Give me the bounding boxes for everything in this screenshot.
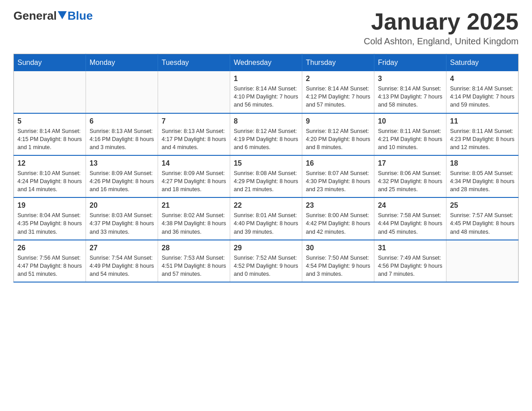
day-number: 5 bbox=[17, 117, 82, 125]
calendar-cell: 5Sunrise: 8:14 AM Sunset: 4:15 PM Daylig… bbox=[14, 113, 86, 155]
calendar-cell: 12Sunrise: 8:10 AM Sunset: 4:24 PM Dayli… bbox=[14, 155, 86, 197]
calendar-cell: 30Sunrise: 7:50 AM Sunset: 4:54 PM Dayli… bbox=[302, 240, 374, 282]
day-info: Sunrise: 8:14 AM Sunset: 4:13 PM Dayligh… bbox=[378, 85, 442, 109]
calendar-cell: 10Sunrise: 8:11 AM Sunset: 4:21 PM Dayli… bbox=[374, 113, 446, 155]
title-area: January 2025 Cold Ashton, England, Unite… bbox=[364, 9, 519, 47]
calendar-cell: 14Sunrise: 8:09 AM Sunset: 4:27 PM Dayli… bbox=[158, 155, 230, 197]
day-number: 15 bbox=[234, 159, 298, 167]
day-info: Sunrise: 8:04 AM Sunset: 4:35 PM Dayligh… bbox=[17, 211, 82, 235]
day-of-week-header: Sunday bbox=[14, 54, 86, 72]
day-number: 3 bbox=[378, 75, 442, 83]
day-number: 14 bbox=[162, 159, 226, 167]
day-of-week-header: Saturday bbox=[446, 54, 519, 72]
day-of-week-header: Tuesday bbox=[158, 54, 230, 72]
calendar-cell: 11Sunrise: 8:11 AM Sunset: 4:23 PM Dayli… bbox=[446, 113, 519, 155]
day-number: 21 bbox=[162, 201, 226, 210]
calendar-cell: 23Sunrise: 8:00 AM Sunset: 4:42 PM Dayli… bbox=[302, 197, 374, 240]
calendar-header: SundayMondayTuesdayWednesdayThursdayFrid… bbox=[14, 54, 519, 72]
days-of-week-row: SundayMondayTuesdayWednesdayThursdayFrid… bbox=[14, 54, 519, 72]
day-info: Sunrise: 7:50 AM Sunset: 4:54 PM Dayligh… bbox=[306, 254, 370, 278]
day-info: Sunrise: 8:09 AM Sunset: 4:26 PM Dayligh… bbox=[90, 169, 154, 193]
calendar-cell: 1Sunrise: 8:14 AM Sunset: 4:10 PM Daylig… bbox=[230, 71, 302, 113]
day-info: Sunrise: 8:02 AM Sunset: 4:38 PM Dayligh… bbox=[162, 211, 226, 235]
day-info: Sunrise: 8:05 AM Sunset: 4:34 PM Dayligh… bbox=[450, 169, 515, 193]
calendar-cell: 15Sunrise: 8:08 AM Sunset: 4:29 PM Dayli… bbox=[230, 155, 302, 197]
day-number: 20 bbox=[90, 201, 154, 210]
calendar-cell: 17Sunrise: 8:06 AM Sunset: 4:32 PM Dayli… bbox=[374, 155, 446, 197]
day-number: 26 bbox=[17, 244, 82, 252]
calendar-cell bbox=[86, 71, 158, 113]
day-number: 23 bbox=[306, 201, 370, 210]
calendar-cell: 8Sunrise: 8:12 AM Sunset: 4:19 PM Daylig… bbox=[230, 113, 302, 155]
day-info: Sunrise: 7:56 AM Sunset: 4:47 PM Dayligh… bbox=[17, 254, 82, 278]
calendar-cell: 21Sunrise: 8:02 AM Sunset: 4:38 PM Dayli… bbox=[158, 197, 230, 240]
day-info: Sunrise: 8:11 AM Sunset: 4:21 PM Dayligh… bbox=[378, 127, 442, 151]
calendar-cell bbox=[14, 71, 86, 113]
day-info: Sunrise: 8:14 AM Sunset: 4:14 PM Dayligh… bbox=[450, 85, 515, 109]
calendar-cell: 20Sunrise: 8:03 AM Sunset: 4:37 PM Dayli… bbox=[86, 197, 158, 240]
day-number: 17 bbox=[378, 159, 442, 167]
logo-general-text: General bbox=[13, 9, 57, 23]
logo-blue-text: Blue bbox=[68, 9, 93, 23]
calendar-cell: 16Sunrise: 8:07 AM Sunset: 4:30 PM Dayli… bbox=[302, 155, 374, 197]
day-number: 28 bbox=[162, 244, 226, 252]
calendar-cell: 28Sunrise: 7:53 AM Sunset: 4:51 PM Dayli… bbox=[158, 240, 230, 282]
calendar-cell: 3Sunrise: 8:14 AM Sunset: 4:13 PM Daylig… bbox=[374, 71, 446, 113]
day-number: 13 bbox=[90, 159, 154, 167]
day-info: Sunrise: 8:13 AM Sunset: 4:17 PM Dayligh… bbox=[162, 127, 226, 151]
logo-triangle-icon bbox=[58, 11, 67, 19]
day-info: Sunrise: 7:54 AM Sunset: 4:49 PM Dayligh… bbox=[90, 254, 154, 278]
calendar-cell: 18Sunrise: 8:05 AM Sunset: 4:34 PM Dayli… bbox=[446, 155, 519, 197]
calendar-cell bbox=[158, 71, 230, 113]
calendar-cell: 2Sunrise: 8:14 AM Sunset: 4:12 PM Daylig… bbox=[302, 71, 374, 113]
day-number: 4 bbox=[450, 75, 515, 83]
calendar-cell: 27Sunrise: 7:54 AM Sunset: 4:49 PM Dayli… bbox=[86, 240, 158, 282]
day-number: 25 bbox=[450, 201, 515, 210]
day-info: Sunrise: 8:11 AM Sunset: 4:23 PM Dayligh… bbox=[450, 127, 515, 151]
day-info: Sunrise: 8:01 AM Sunset: 4:40 PM Dayligh… bbox=[234, 211, 298, 235]
calendar-cell: 19Sunrise: 8:04 AM Sunset: 4:35 PM Dayli… bbox=[14, 197, 86, 240]
day-number: 12 bbox=[17, 159, 82, 167]
logo: General Blue bbox=[13, 9, 93, 23]
day-of-week-header: Thursday bbox=[302, 54, 374, 72]
calendar-week-row: 5Sunrise: 8:14 AM Sunset: 4:15 PM Daylig… bbox=[14, 113, 519, 155]
day-number: 31 bbox=[378, 244, 442, 252]
logo-area: General Blue bbox=[13, 9, 93, 23]
day-number: 16 bbox=[306, 159, 370, 167]
calendar: SundayMondayTuesdayWednesdayThursdayFrid… bbox=[13, 54, 519, 283]
day-info: Sunrise: 8:00 AM Sunset: 4:42 PM Dayligh… bbox=[306, 211, 370, 235]
calendar-cell: 29Sunrise: 7:52 AM Sunset: 4:52 PM Dayli… bbox=[230, 240, 302, 282]
day-info: Sunrise: 8:08 AM Sunset: 4:29 PM Dayligh… bbox=[234, 169, 298, 193]
day-number: 7 bbox=[162, 117, 226, 125]
calendar-cell: 4Sunrise: 8:14 AM Sunset: 4:14 PM Daylig… bbox=[446, 71, 519, 113]
day-of-week-header: Monday bbox=[86, 54, 158, 72]
calendar-cell: 9Sunrise: 8:12 AM Sunset: 4:20 PM Daylig… bbox=[302, 113, 374, 155]
calendar-cell: 26Sunrise: 7:56 AM Sunset: 4:47 PM Dayli… bbox=[14, 240, 86, 282]
day-number: 24 bbox=[378, 201, 442, 210]
header: General Blue January 2025 Cold Ashton, E… bbox=[13, 9, 519, 47]
calendar-cell: 24Sunrise: 7:58 AM Sunset: 4:44 PM Dayli… bbox=[374, 197, 446, 240]
day-info: Sunrise: 7:57 AM Sunset: 4:45 PM Dayligh… bbox=[450, 211, 515, 235]
day-info: Sunrise: 7:49 AM Sunset: 4:56 PM Dayligh… bbox=[378, 254, 442, 278]
day-info: Sunrise: 8:13 AM Sunset: 4:16 PM Dayligh… bbox=[90, 127, 154, 151]
day-info: Sunrise: 8:09 AM Sunset: 4:27 PM Dayligh… bbox=[162, 169, 226, 193]
day-info: Sunrise: 7:53 AM Sunset: 4:51 PM Dayligh… bbox=[162, 254, 226, 278]
calendar-cell: 22Sunrise: 8:01 AM Sunset: 4:40 PM Dayli… bbox=[230, 197, 302, 240]
day-info: Sunrise: 8:06 AM Sunset: 4:32 PM Dayligh… bbox=[378, 169, 442, 193]
day-number: 2 bbox=[306, 75, 370, 83]
day-number: 8 bbox=[234, 117, 298, 125]
calendar-cell: 7Sunrise: 8:13 AM Sunset: 4:17 PM Daylig… bbox=[158, 113, 230, 155]
day-info: Sunrise: 8:12 AM Sunset: 4:19 PM Dayligh… bbox=[234, 127, 298, 151]
calendar-cell bbox=[446, 240, 519, 282]
day-number: 6 bbox=[90, 117, 154, 125]
day-of-week-header: Friday bbox=[374, 54, 446, 72]
day-number: 11 bbox=[450, 117, 515, 125]
day-number: 30 bbox=[306, 244, 370, 252]
day-info: Sunrise: 8:10 AM Sunset: 4:24 PM Dayligh… bbox=[17, 169, 82, 193]
calendar-body: 1Sunrise: 8:14 AM Sunset: 4:10 PM Daylig… bbox=[14, 71, 519, 282]
day-number: 9 bbox=[306, 117, 370, 125]
day-number: 10 bbox=[378, 117, 442, 125]
calendar-cell: 6Sunrise: 8:13 AM Sunset: 4:16 PM Daylig… bbox=[86, 113, 158, 155]
calendar-week-row: 19Sunrise: 8:04 AM Sunset: 4:35 PM Dayli… bbox=[14, 197, 519, 240]
day-number: 18 bbox=[450, 159, 515, 167]
